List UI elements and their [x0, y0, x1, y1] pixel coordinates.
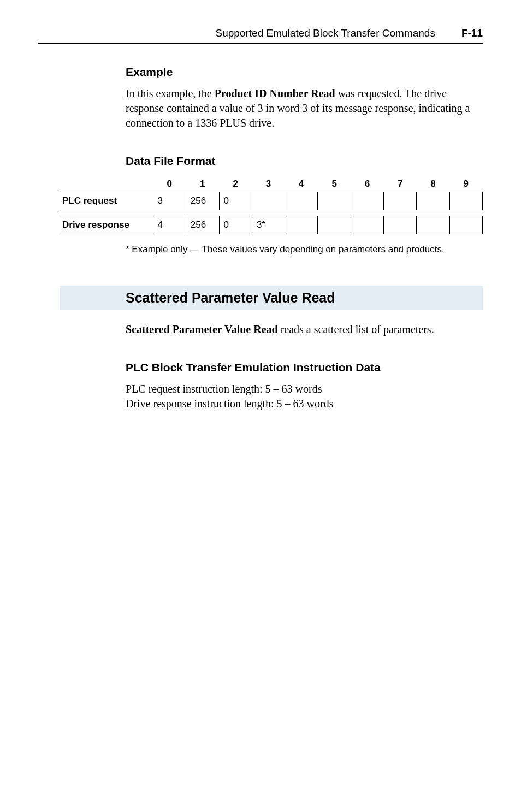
table-cell: 256	[186, 216, 219, 234]
table-cell: 256	[186, 192, 219, 210]
row-label: PLC request	[60, 192, 153, 210]
col-header: 5	[318, 176, 351, 192]
col-header: 2	[219, 176, 252, 192]
table-cell: 3	[153, 192, 186, 210]
data-file-format-table-wrap: 0 1 2 3 4 5 6 7 8 9 PLC request 3 256 0	[60, 176, 483, 234]
table-cell	[417, 216, 449, 234]
col-header: 0	[153, 176, 186, 192]
col-header: 4	[285, 176, 318, 192]
table-cell	[449, 216, 482, 234]
plc-block-heading: PLC Block Transfer Emulation Instruction…	[126, 361, 483, 374]
table-cell	[384, 192, 417, 210]
scattered-intro-rest: reads a scattered list of parameters.	[278, 323, 434, 335]
table-header-row: 0 1 2 3 4 5 6 7 8 9	[60, 176, 483, 192]
col-header: 1	[186, 176, 219, 192]
table-cell	[318, 192, 351, 210]
table-cell	[285, 216, 318, 234]
table-cell: 0	[219, 216, 252, 234]
table-cell	[351, 216, 383, 234]
table-cell: 3*	[252, 216, 285, 234]
scattered-heading: Scattered Parameter Value Read	[60, 286, 483, 310]
page-header: Supported Emulated Block Transfer Comman…	[38, 27, 483, 44]
col-header: 6	[351, 176, 383, 192]
table-footnote: * Example only — These values vary depen…	[126, 244, 483, 255]
col-header: 7	[384, 176, 417, 192]
table-cell	[252, 192, 285, 210]
scattered-intro: Scattered Parameter Value Read reads a s…	[126, 322, 483, 337]
table-row: PLC request 3 256 0	[60, 192, 483, 210]
example-body-pre: In this example, the	[126, 87, 215, 99]
example-heading: Example	[126, 66, 483, 79]
col-header: 3	[252, 176, 285, 192]
col-header: 9	[449, 176, 482, 192]
col-header: 8	[417, 176, 449, 192]
table-cell: 0	[219, 192, 252, 210]
table-cell	[384, 216, 417, 234]
data-file-format-heading: Data File Format	[126, 155, 483, 168]
table-row: Drive response 4 256 0 3*	[60, 216, 483, 234]
header-page-number: F-11	[461, 27, 483, 39]
table-cell	[318, 216, 351, 234]
table-cell	[449, 192, 482, 210]
scattered-intro-bold: Scattered Parameter Value Read	[126, 323, 278, 335]
table-cell	[417, 192, 449, 210]
table-cell	[285, 192, 318, 210]
data-file-format-table: 0 1 2 3 4 5 6 7 8 9 PLC request 3 256 0	[60, 176, 483, 234]
plc-line-1: PLC request instruction length: 5 – 63 w…	[126, 382, 483, 396]
table-cell: 4	[153, 216, 186, 234]
plc-line-2: Drive response instruction length: 5 – 6…	[126, 396, 483, 411]
example-body: In this example, the Product ID Number R…	[126, 86, 483, 131]
row-label: Drive response	[60, 216, 153, 234]
table-cell	[351, 192, 383, 210]
header-title: Supported Emulated Block Transfer Comman…	[216, 27, 435, 39]
example-body-bold: Product ID Number Read	[215, 87, 335, 99]
